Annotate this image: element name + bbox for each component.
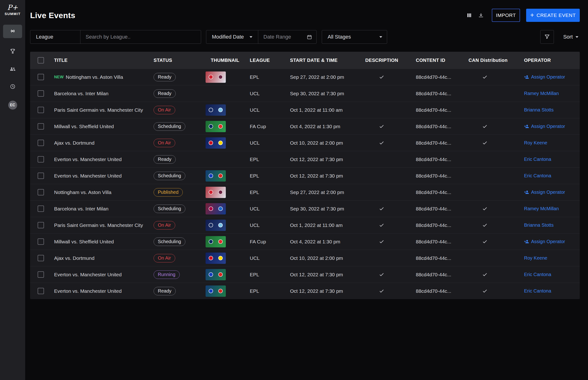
operator-link[interactable]: Ramey McMillan: [524, 206, 559, 211]
description-check-icon: [379, 206, 384, 211]
create-event-button[interactable]: + CREATE EVENT: [526, 9, 580, 22]
calendar-icon[interactable]: [307, 34, 312, 40]
row-checkbox[interactable]: [38, 107, 44, 113]
table-row: Everton vs. Manchester United Scheduling…: [30, 168, 580, 184]
operator-link[interactable]: Assign Operator: [524, 190, 565, 195]
row-checkbox[interactable]: [38, 206, 44, 212]
status-badge: On Air: [153, 139, 175, 147]
away-team-badge-icon: [218, 272, 223, 277]
download-icon[interactable]: [478, 13, 484, 18]
row-checkbox[interactable]: [38, 271, 44, 278]
start-datetime: Oct 10, 2022 at 2:00 pm: [290, 140, 365, 146]
event-thumbnail: [206, 137, 226, 149]
league: EPL: [250, 190, 290, 195]
sidebar-nav: EC: [0, 25, 25, 110]
status-badge: On Air: [153, 106, 175, 114]
home-team-badge-icon: [209, 207, 213, 211]
content-id: 88cd4d70-44c...: [416, 140, 469, 146]
columns-icon[interactable]: [466, 13, 472, 18]
can-check-icon: [482, 223, 488, 228]
operator-link[interactable]: Assign Operator: [524, 74, 565, 80]
column-start: START DATE & TIME: [290, 57, 365, 63]
history-icon: [9, 83, 16, 91]
sidebar-item-teams[interactable]: [9, 65, 16, 73]
table-row: Barcelona vs. Inter Milan Ready UCL Sep …: [30, 85, 580, 102]
row-checkbox[interactable]: [38, 156, 44, 163]
operator-link[interactable]: Eric Cantona: [524, 272, 551, 277]
row-checkbox[interactable]: [38, 238, 44, 245]
logo-text: SUMMIT: [4, 12, 20, 16]
logo-mark: P+: [4, 4, 20, 11]
away-team-badge-icon: [218, 256, 223, 260]
sort-label: Sort: [563, 34, 573, 40]
operator-link[interactable]: Assign Operator: [524, 239, 565, 244]
league: UCL: [250, 223, 290, 228]
row-checkbox[interactable]: [38, 288, 44, 294]
away-team-badge-icon: [218, 124, 223, 129]
sidebar-item-live-events[interactable]: [3, 25, 22, 38]
operator-link[interactable]: Eric Cantona: [524, 173, 551, 178]
start-datetime: Sep 30, 2022 at 7:30 pm: [290, 91, 365, 96]
event-thumbnail: [206, 187, 226, 198]
row-checkbox[interactable]: [38, 189, 44, 195]
event-title: Everton vs. Manchester United: [54, 272, 122, 278]
can-check-icon: [482, 124, 488, 129]
modified-date-dropdown[interactable]: Modified Date: [206, 34, 258, 40]
person-add-icon: [524, 190, 529, 195]
select-all-checkbox[interactable]: [38, 57, 44, 63]
league: UCL: [250, 91, 290, 96]
table-row: Everton vs. Manchester United Ready EPL …: [30, 151, 580, 168]
event-thumbnail: [206, 170, 226, 182]
status-badge: Ready: [153, 155, 176, 164]
table-header: TITLE STATUS THUMBNAIL LEAGUE START DATE…: [30, 52, 580, 69]
row-checkbox[interactable]: [38, 123, 44, 130]
import-button[interactable]: IMPORT: [492, 9, 520, 22]
event-title: Everton vs. Manchester United: [54, 157, 122, 162]
sidebar-item-history[interactable]: [9, 83, 16, 91]
event-thumbnail: [206, 269, 226, 280]
operator-link[interactable]: Ramey McMillan: [524, 91, 559, 96]
row-checkbox[interactable]: [38, 140, 44, 146]
operator-link[interactable]: Roy Keene: [524, 140, 547, 146]
sort-dropdown[interactable]: Sort: [563, 34, 580, 40]
row-checkbox[interactable]: [38, 255, 44, 261]
can-check-icon: [482, 272, 488, 277]
status-badge: Scheduling: [153, 237, 185, 246]
event-thumbnail: [206, 220, 226, 231]
home-team-badge-icon: [209, 75, 213, 79]
column-can-distribution: CAN Distribution: [469, 57, 524, 63]
table-row: Barcelona vs. Inter Milan Scheduling UCL…: [30, 200, 580, 217]
column-description: DESCRIPTION: [365, 57, 416, 63]
operator-link[interactable]: Brianna Stotts: [524, 107, 554, 113]
event-title: Nottingham vs. Aston Villa: [66, 74, 123, 80]
operator-link[interactable]: Eric Cantona: [524, 288, 551, 294]
status-badge: Scheduling: [153, 205, 185, 213]
stages-dropdown[interactable]: All Stages: [322, 30, 387, 44]
person-add-icon: [524, 75, 529, 79]
away-team-badge-icon: [218, 173, 223, 178]
sidebar-item-leagues[interactable]: [9, 48, 16, 56]
events-table: TITLE STATUS THUMBNAIL LEAGUE START DATE…: [30, 52, 580, 299]
operator-link[interactable]: Assign Operator: [524, 124, 565, 129]
row-checkbox[interactable]: [38, 172, 44, 179]
away-team-badge-icon: [218, 108, 223, 112]
row-checkbox[interactable]: [38, 222, 44, 228]
plus-icon: +: [530, 12, 534, 18]
operator-link[interactable]: Roy Keene: [524, 255, 547, 261]
away-team-badge-icon: [218, 141, 223, 145]
operator-link[interactable]: Brianna Stotts: [524, 223, 554, 228]
user-avatar[interactable]: EC: [8, 101, 17, 110]
date-range-input[interactable]: [258, 34, 298, 40]
league-filter-label[interactable]: League: [30, 34, 80, 40]
row-checkbox[interactable]: [38, 90, 44, 97]
start-datetime: Oct 1, 2022 at 11:00 am: [290, 107, 365, 113]
operator-link[interactable]: Eric Cantona: [524, 157, 551, 162]
start-datetime: Oct 4, 2022 at 1:30 pm: [290, 124, 365, 129]
can-check-icon: [482, 288, 488, 294]
status-badge: Ready: [153, 73, 176, 81]
league-search-input[interactable]: [80, 34, 201, 40]
filter-button[interactable]: [540, 30, 554, 44]
description-check-icon: [379, 239, 384, 244]
start-datetime: Oct 1, 2022 at 11:00 am: [290, 223, 365, 228]
row-checkbox[interactable]: [38, 74, 44, 80]
